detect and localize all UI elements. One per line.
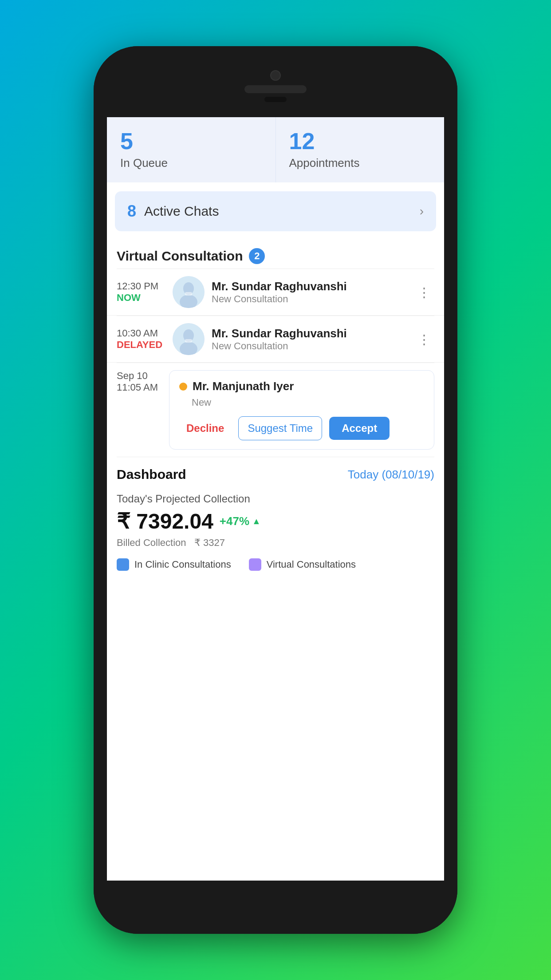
queue-number: 5: [120, 130, 262, 153]
legend-dot-blue: [117, 558, 129, 571]
consult-type-1: New Consultation: [212, 293, 414, 305]
legend-label-virtual: Virtual Consultations: [267, 559, 356, 570]
request-time: 11:05 AM: [117, 382, 165, 393]
request-patient-row: Mr. Manjunath Iyer: [179, 379, 424, 393]
dashboard-section: Dashboard Today (08/10/19) Today's Proje…: [107, 457, 444, 580]
billed-label-text: Billed Collection: [117, 537, 186, 548]
avatar-1: [173, 276, 205, 308]
consult-type-2: New Consultation: [212, 340, 414, 352]
legend-item-virtual: Virtual Consultations: [249, 558, 356, 571]
screen-content: 5 In Queue 12 Appointments 8 Active Chat…: [107, 117, 444, 881]
arrow-up-icon: ▲: [252, 516, 261, 526]
queue-label: In Queue: [120, 156, 262, 170]
more-options-2[interactable]: ⋮: [414, 328, 434, 351]
request-item: Sep 10 11:05 AM Mr. Manjunath Iyer New D…: [107, 363, 444, 457]
stats-row: 5 In Queue 12 Appointments: [107, 117, 444, 182]
earpiece: [264, 97, 287, 102]
billed-amount: ₹ 3327: [194, 537, 225, 548]
decline-button[interactable]: Decline: [179, 417, 231, 440]
request-tag: New: [192, 397, 424, 408]
speaker-grille: [244, 85, 307, 93]
phone-screen: 5 In Queue 12 Appointments 8 Active Chat…: [107, 117, 444, 881]
legend-dot-purple: [249, 558, 261, 571]
legend-label-clinic: In Clinic Consultations: [134, 559, 231, 570]
request-actions: Decline Suggest Time Accept: [179, 416, 424, 440]
dashboard-header: Dashboard Today (08/10/19): [117, 467, 434, 482]
patient-info-1: Mr. Sundar Raghuvanshi New Consultation: [212, 280, 414, 305]
appointments-label: Appointments: [289, 156, 431, 170]
time-block-1: 12:30 PM NOW: [117, 281, 165, 304]
billed-label: Billed Collection ₹ 3327: [117, 537, 434, 549]
dashboard-date: Today (08/10/19): [348, 468, 434, 482]
more-options-1[interactable]: ⋮: [414, 281, 434, 304]
appointments-number: 12: [289, 130, 431, 153]
patient-name-1: Mr. Sundar Raghuvanshi: [212, 280, 414, 293]
percent-change: +47% ▲: [220, 514, 261, 528]
collection-amount-value: ₹ 7392.04: [117, 509, 213, 533]
svg-rect-3: [185, 292, 192, 296]
status-delayed-2: DELAYED: [117, 339, 165, 351]
consult-item-1[interactable]: 12:30 PM NOW Mr. Sundar Raghuvanshi New …: [107, 269, 444, 316]
phone-frame: 5 In Queue 12 Appointments 8 Active Chat…: [94, 46, 457, 934]
patient-name-2: Mr. Sundar Raghuvanshi: [212, 327, 414, 340]
phone-bottom-bar: [94, 881, 457, 934]
request-time-block: Sep 10 11:05 AM: [117, 370, 165, 393]
appointments-card[interactable]: 12 Appointments: [276, 117, 445, 182]
request-patient-name: Mr. Manjunath Iyer: [193, 379, 294, 393]
request-date: Sep 10: [117, 370, 165, 382]
collection-label: Today's Projected Collection: [117, 493, 434, 505]
svg-rect-7: [185, 339, 192, 343]
phone-top-bar: [94, 46, 457, 117]
time-text-1: 12:30 PM: [117, 281, 165, 292]
status-dot-orange: [179, 383, 187, 391]
legend-item-clinic: In Clinic Consultations: [117, 558, 231, 571]
legend-row: In Clinic Consultations Virtual Consulta…: [117, 558, 434, 580]
avatar-2: [173, 323, 205, 355]
front-camera: [270, 70, 281, 81]
chat-label: Active Chats: [144, 204, 420, 219]
queue-card[interactable]: 5 In Queue: [107, 117, 276, 182]
request-card: Mr. Manjunath Iyer New Decline Suggest T…: [169, 370, 434, 450]
virtual-consultation-header: Virtual Consultation 2: [107, 240, 444, 269]
virtual-consultation-badge: 2: [249, 248, 265, 264]
chevron-right-icon: ›: [420, 204, 424, 218]
chat-count: 8: [127, 202, 136, 221]
virtual-consultation-title: Virtual Consultation: [117, 249, 243, 264]
collection-amount-row: ₹ 7392.04 +47% ▲: [117, 509, 434, 533]
consult-item-2[interactable]: 10:30 AM DELAYED Mr. Sundar Raghuvanshi …: [107, 316, 444, 363]
percent-value: +47%: [220, 514, 249, 528]
time-block-2: 10:30 AM DELAYED: [117, 328, 165, 351]
patient-info-2: Mr. Sundar Raghuvanshi New Consultation: [212, 327, 414, 352]
suggest-time-button[interactable]: Suggest Time: [238, 416, 322, 440]
accept-button[interactable]: Accept: [329, 417, 390, 440]
status-now-1: NOW: [117, 292, 165, 304]
time-text-2: 10:30 AM: [117, 328, 165, 339]
active-chats-bar[interactable]: 8 Active Chats ›: [115, 191, 436, 231]
dashboard-title: Dashboard: [117, 467, 186, 482]
